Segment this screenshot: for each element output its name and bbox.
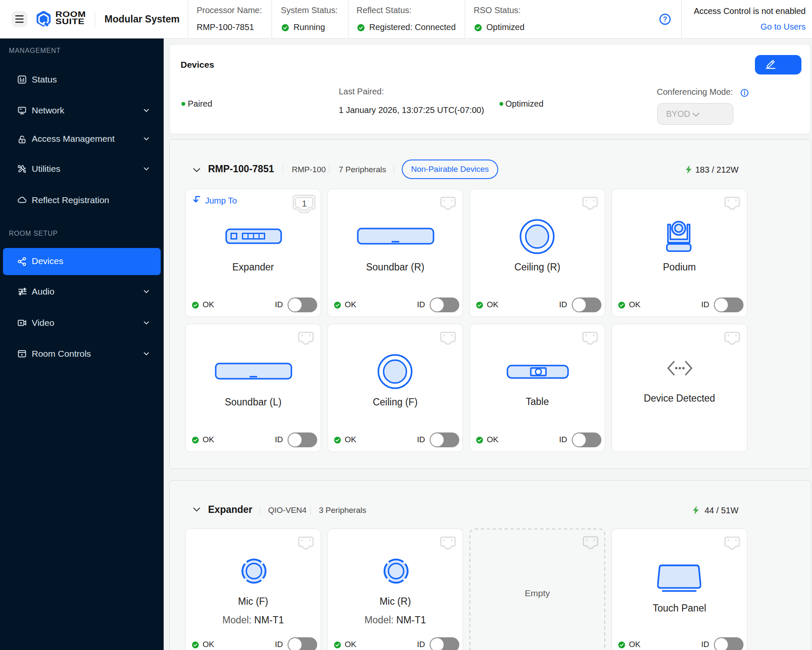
svg-text:?: ? [663, 15, 667, 23]
svg-text:1: 1 [302, 198, 307, 208]
